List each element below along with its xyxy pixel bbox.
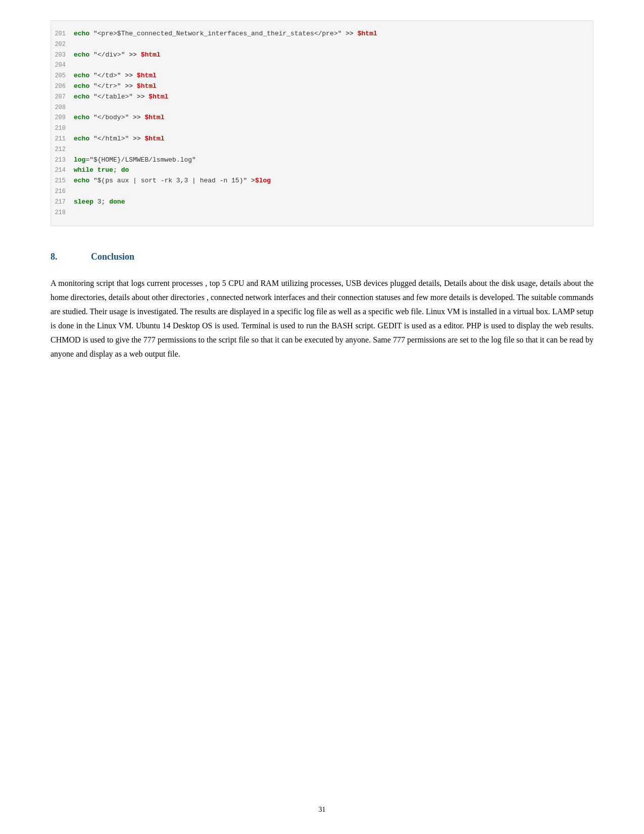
code-token: $html xyxy=(137,72,157,79)
code-token xyxy=(133,82,137,90)
section-heading: 8. Conclusion xyxy=(51,252,593,262)
line-number: 210 xyxy=(51,124,74,133)
code-token: >> xyxy=(125,82,133,90)
code-token: while xyxy=(74,166,93,174)
line-number: 201 xyxy=(51,29,74,39)
line-number: 202 xyxy=(51,40,74,50)
line-number: 214 xyxy=(51,166,74,175)
code-token xyxy=(93,166,97,174)
code-token: echo xyxy=(74,114,89,121)
section-number: 8. xyxy=(51,252,91,262)
code-line: 211echo "</html>" >> $html xyxy=(51,134,593,144)
code-token: ; xyxy=(113,166,121,174)
code-line: 206echo "</tr>" >> $html xyxy=(51,81,593,92)
code-token xyxy=(133,72,137,79)
page-number: 31 xyxy=(0,806,644,814)
code-line: 205echo "</td>" >> $html xyxy=(51,71,593,81)
code-token: $html xyxy=(141,51,161,59)
line-content xyxy=(74,60,593,71)
code-token: $html xyxy=(358,30,377,37)
line-content xyxy=(74,144,593,155)
code-token: echo xyxy=(74,51,89,59)
code-line: 203echo "</div>" >> $html xyxy=(51,50,593,61)
code-token: do xyxy=(121,166,129,174)
code-line: 208 xyxy=(51,103,593,113)
code-token: >> xyxy=(125,72,133,79)
code-line: 214while true; do xyxy=(51,165,593,176)
line-number: 209 xyxy=(51,113,74,123)
code-token: "</div>" xyxy=(89,51,129,59)
code-token: log xyxy=(74,156,85,164)
code-token: "</html>" xyxy=(89,135,133,142)
code-token: done xyxy=(109,198,125,206)
line-number: 207 xyxy=(51,92,74,102)
code-token xyxy=(137,51,141,59)
line-content: echo "</body>" >> $html xyxy=(74,113,593,123)
code-line: 207echo "</table>" >> $html xyxy=(51,92,593,103)
code-token: "<pre>$The_connected_Network_interfaces_… xyxy=(89,30,345,37)
code-token: $html xyxy=(144,135,164,142)
code-token xyxy=(354,30,358,37)
code-line: 213log="${HOME}/LSMWEB/lsmweb.log" xyxy=(51,155,593,166)
code-token: sleep xyxy=(74,198,93,206)
code-token: $log xyxy=(255,177,271,184)
code-line: 216 xyxy=(51,186,593,197)
page: 201echo "<pre>$The_connected_Network_int… xyxy=(0,0,644,834)
line-number: 206 xyxy=(51,82,74,91)
code-line: 204 xyxy=(51,60,593,71)
line-content: while true; do xyxy=(74,165,593,176)
line-number: 211 xyxy=(51,134,74,144)
line-number: 208 xyxy=(51,103,74,113)
line-content: echo "<pre>$The_connected_Network_interf… xyxy=(74,29,593,39)
line-content: sleep 3; done xyxy=(74,197,593,208)
code-line: 209echo "</body>" >> $html xyxy=(51,113,593,123)
code-token: "</tr>" xyxy=(89,82,125,90)
code-token: >> xyxy=(137,93,145,101)
line-number: 216 xyxy=(51,187,74,197)
code-token: ="${HOME}/LSMWEB/lsmweb.log" xyxy=(85,156,195,164)
line-number: 217 xyxy=(51,198,74,207)
code-token: $html xyxy=(148,93,168,101)
code-token: "</body>" xyxy=(89,114,133,121)
line-number: 213 xyxy=(51,156,74,165)
line-number: 205 xyxy=(51,71,74,81)
code-token: $html xyxy=(137,82,157,90)
code-token: echo xyxy=(74,93,89,101)
code-token: echo xyxy=(74,135,89,142)
code-token: echo xyxy=(74,82,89,90)
line-number: 204 xyxy=(51,61,74,70)
code-token: "</table>" xyxy=(89,93,137,101)
code-token: >> xyxy=(133,114,141,121)
code-line: 215echo "$(ps aux | sort -rk 3,3 | head … xyxy=(51,176,593,186)
line-number: 203 xyxy=(51,51,74,60)
code-token: $html xyxy=(144,114,164,121)
code-token: echo xyxy=(74,30,89,37)
code-token: > xyxy=(251,177,255,184)
line-content: echo "</html>" >> $html xyxy=(74,134,593,144)
code-block: 201echo "<pre>$The_connected_Network_int… xyxy=(51,20,593,226)
code-token: "$(ps aux | sort -rk 3,3 | head -n 15)" xyxy=(89,177,251,184)
line-content xyxy=(74,39,593,50)
line-content xyxy=(74,186,593,197)
line-content: log="${HOME}/LSMWEB/lsmweb.log" xyxy=(74,155,593,166)
code-line: 210 xyxy=(51,123,593,134)
line-content xyxy=(74,103,593,113)
code-token: echo xyxy=(74,72,89,79)
code-token: true xyxy=(97,166,113,174)
line-number: 218 xyxy=(51,208,74,218)
code-token: >> xyxy=(133,135,141,142)
code-token: >> xyxy=(129,51,137,59)
code-line: 202 xyxy=(51,39,593,50)
code-token: >> xyxy=(345,30,354,37)
line-content: echo "</div>" >> $html xyxy=(74,50,593,61)
code-line: 218 xyxy=(51,208,593,218)
code-line: 212 xyxy=(51,144,593,155)
section-title: Conclusion xyxy=(91,252,134,262)
line-number: 215 xyxy=(51,176,74,186)
line-content: echo "$(ps aux | sort -rk 3,3 | head -n … xyxy=(74,176,593,186)
code-token: 3; xyxy=(93,198,109,206)
code-token: echo xyxy=(74,177,89,184)
line-content: echo "</td>" >> $html xyxy=(74,71,593,81)
line-content xyxy=(74,208,593,218)
line-content: echo "</tr>" >> $html xyxy=(74,81,593,92)
